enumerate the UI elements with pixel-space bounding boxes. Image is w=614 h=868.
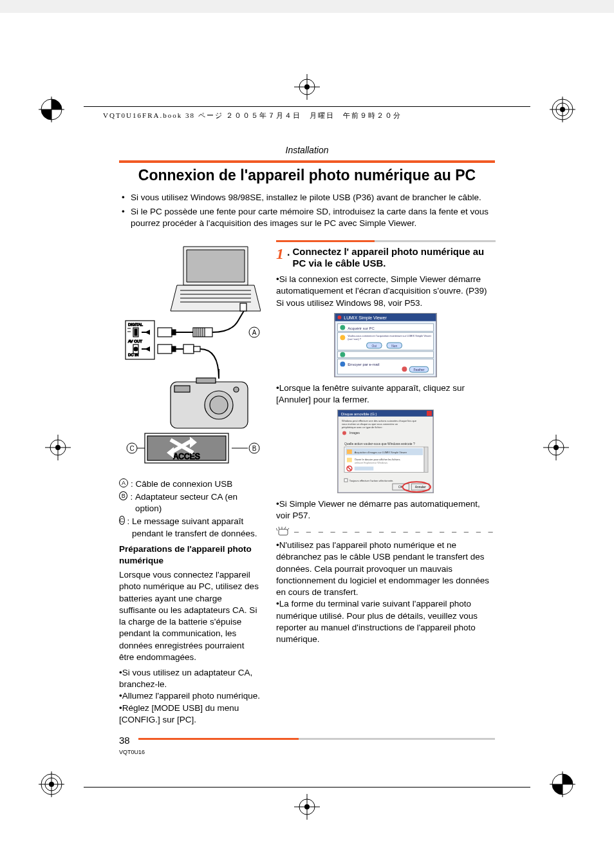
connection-diagram: DIGITAL AV OUT DC IN bbox=[119, 240, 261, 472]
simple-viewer-screenshot: LUMIX Simple Viewer Acquérir sur PC Voul… bbox=[334, 313, 437, 377]
svg-rect-64 bbox=[196, 378, 216, 383]
intro-item: •Si vous utilisez Windows 98/98SE, insta… bbox=[122, 192, 495, 203]
svg-rect-56 bbox=[158, 344, 172, 354]
note-bullet: •La forme du terminal varie suivant l'ap… bbox=[276, 598, 496, 645]
note-icon bbox=[276, 527, 290, 536]
crop-mark-icon bbox=[39, 97, 64, 122]
svg-text:Toujours effectuer l'action sé: Toujours effectuer l'action sélectionnée… bbox=[349, 480, 393, 483]
svg-text:C: C bbox=[129, 445, 134, 452]
svg-text:B: B bbox=[252, 445, 257, 452]
page: VQT0U16FRA.book 38 ページ ２００５年７月４日 月曜日 午前９… bbox=[0, 13, 614, 868]
step-dot: . bbox=[287, 246, 290, 258]
legend-text: Adaptateur secteur CA (en option) bbox=[135, 491, 261, 514]
step-number: 1 bbox=[276, 246, 287, 261]
legend-text: Câble de connexion USB bbox=[136, 478, 233, 490]
svg-point-82 bbox=[340, 335, 346, 340]
svg-point-76 bbox=[338, 316, 342, 319]
svg-rect-63 bbox=[174, 386, 190, 392]
note-text: La forme du terminal varie suivant l'app… bbox=[276, 599, 478, 644]
svg-point-43 bbox=[134, 347, 138, 351]
svg-rect-41 bbox=[135, 329, 137, 335]
prep-bullet-text: Allumez l'appareil photo numérique. bbox=[122, 691, 260, 701]
prep-bullet: •Allumez l'appareil photo numérique. bbox=[119, 690, 261, 702]
intro-list: •Si vous utilisez Windows 98/98SE, insta… bbox=[119, 192, 495, 230]
content-area: Installation Connexion de l'appareil pho… bbox=[119, 145, 495, 752]
crop-mark-icon bbox=[543, 435, 569, 460]
prep-bullet: •Réglez [MODE USB] du menu [CONFIG.] sur… bbox=[119, 703, 261, 726]
svg-text:Feather: Feather bbox=[414, 368, 425, 372]
crop-mark-icon bbox=[550, 97, 575, 122]
intro-text: Si le PC possède une fente pour carte mé… bbox=[131, 206, 495, 229]
crop-mark-icon bbox=[294, 794, 320, 820]
svg-text:Quelle action voulez-vous que : Quelle action voulez-vous que Windows ex… bbox=[344, 442, 415, 446]
step-bullet: •Si la connexion est correcte, Simple Vi… bbox=[276, 274, 496, 309]
svg-point-79 bbox=[340, 325, 346, 330]
prep-bullet-text: Si vous utilisez un adaptateur CA, branc… bbox=[119, 668, 252, 689]
legend-letter-c: C bbox=[119, 516, 125, 525]
svg-rect-53 bbox=[240, 303, 247, 311]
svg-text:Images: Images bbox=[349, 432, 360, 435]
svg-rect-118 bbox=[344, 479, 348, 482]
svg-text:utilisant Explorateur Windows: utilisant Explorateur Windows bbox=[355, 461, 387, 464]
svg-rect-44 bbox=[158, 328, 172, 337]
svg-rect-59 bbox=[194, 346, 200, 352]
note-text: N'utilisez pas l'appareil photo numériqu… bbox=[276, 540, 489, 597]
step-body: Si la connexion est correcte, Simple Vie… bbox=[276, 274, 487, 307]
svg-text:Acquisition d'images sur LUMIX: Acquisition d'images sur LUMIX Simple Vi… bbox=[355, 451, 407, 454]
legend-letter-b: B bbox=[119, 491, 127, 500]
svg-point-31 bbox=[304, 804, 310, 809]
intro-item: •Si le PC possède une fente pour carte m… bbox=[122, 206, 495, 229]
svg-point-62 bbox=[210, 396, 228, 414]
legend-letter-a: A bbox=[119, 478, 128, 487]
right-column: 1 . Connectez l' appareil photo numériqu… bbox=[276, 240, 496, 726]
svg-rect-57 bbox=[172, 346, 176, 352]
svg-rect-100 bbox=[427, 411, 432, 416]
svg-text:LUMIX Simple Viewer: LUMIX Simple Viewer bbox=[344, 316, 387, 321]
page-number: 38 bbox=[119, 735, 130, 746]
svg-rect-110 bbox=[347, 449, 352, 454]
section-header: Installation bbox=[119, 145, 495, 155]
legend-row: A: Câble de connexion USB bbox=[119, 478, 261, 490]
note-bullet: •N'utilisez pas l'appareil photo numériq… bbox=[276, 540, 496, 598]
svg-point-19 bbox=[55, 445, 60, 450]
svg-text:A: A bbox=[252, 329, 257, 336]
svg-text:Non: Non bbox=[392, 344, 398, 348]
svg-rect-108 bbox=[424, 447, 428, 472]
legend-row: C: Le message suivant apparaît pendant l… bbox=[119, 516, 261, 539]
svg-text:Disque amovible (G:): Disque amovible (G:) bbox=[341, 412, 377, 416]
left-column: DIGITAL AV OUT DC IN bbox=[119, 240, 261, 726]
step-bullet: •Si Simple Viewer ne démarre pas automat… bbox=[276, 498, 496, 522]
crop-mark-icon bbox=[45, 435, 71, 460]
crop-mark-icon bbox=[39, 771, 64, 797]
prep-heading: Préparations de l'appareil photo numériq… bbox=[119, 543, 261, 567]
svg-point-92 bbox=[340, 361, 346, 366]
svg-text:DIGITAL: DIGITAL bbox=[128, 323, 144, 326]
page-number-rule bbox=[138, 738, 495, 741]
svg-point-12 bbox=[49, 782, 54, 787]
svg-rect-112 bbox=[347, 458, 352, 462]
svg-rect-117 bbox=[355, 467, 374, 471]
step-body: Lorsque la fenêtre suivante apparaît, cl… bbox=[276, 383, 465, 404]
svg-rect-89 bbox=[338, 352, 434, 358]
prep-bullet: •Si vous utilisez un adaptateur CA, bran… bbox=[119, 667, 261, 690]
step-header: 1 . Connectez l' appareil photo numériqu… bbox=[276, 240, 496, 270]
doc-code: VQT0U16 bbox=[119, 749, 145, 755]
svg-point-65 bbox=[234, 387, 239, 392]
legend-row: B: Adaptateur secteur CA (en option) bbox=[119, 491, 261, 514]
header-meta-text: VQT0U16FRA.book 38 ページ ２００５年７月４日 月曜日 午前９… bbox=[103, 111, 402, 120]
crop-mark-icon bbox=[550, 771, 575, 797]
svg-text:périphérique avec ce type de f: périphérique avec ce type de fichier : bbox=[342, 426, 383, 429]
svg-point-94 bbox=[402, 366, 407, 372]
svg-text:AV OUT: AV OUT bbox=[128, 339, 142, 343]
prep-body: Lorsque vous connectez l'appareil photo … bbox=[119, 569, 261, 663]
notes-divider: – – – – – – – – – – – – – – – – – bbox=[276, 526, 496, 538]
svg-point-27 bbox=[304, 84, 310, 90]
svg-text:(oui / non) ?: (oui / non) ? bbox=[348, 337, 362, 341]
header-rule bbox=[84, 106, 530, 107]
crop-mark-icon bbox=[294, 74, 320, 100]
svg-point-104 bbox=[342, 431, 346, 435]
step-title: Connectez l' appareil photo numérique au… bbox=[292, 246, 495, 270]
step-bullet: •Lorsque la fenêtre suivante apparaît, c… bbox=[276, 382, 496, 406]
legend-text: Le message suivant apparaît pendant le t… bbox=[132, 516, 261, 539]
title-bar: Connexion de l'appareil photo numérique … bbox=[119, 160, 495, 184]
